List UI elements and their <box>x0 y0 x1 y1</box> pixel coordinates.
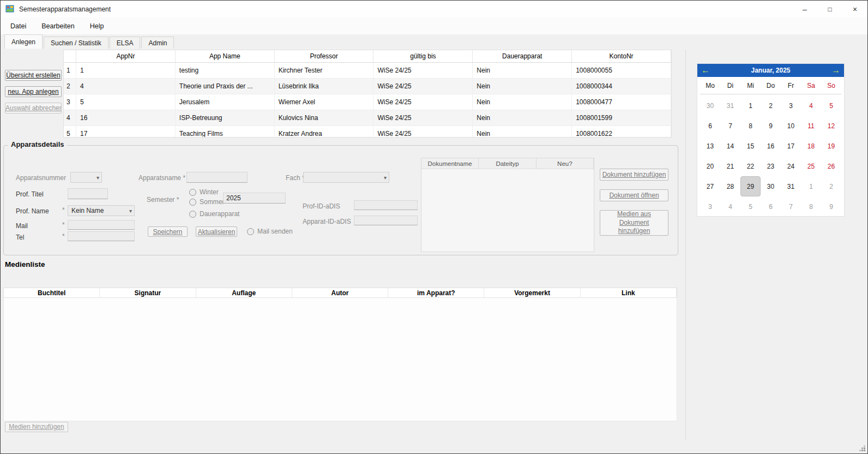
dokument-hinzufuegen-button[interactable]: Dokument hinzufügen <box>600 169 668 181</box>
calendar-day[interactable]: 9 <box>821 196 841 217</box>
column-header[interactable]: gültig bis <box>373 50 473 62</box>
maximize-icon[interactable]: □ <box>817 1 842 17</box>
calendar-day[interactable]: 10 <box>781 116 801 136</box>
calendar-day[interactable]: 30 <box>700 95 720 116</box>
calendar-day[interactable]: 20 <box>700 156 720 176</box>
calendar-day[interactable]: 26 <box>821 156 841 176</box>
prof-name-select[interactable]: Kein Name ▾ <box>68 205 135 216</box>
table-row[interactable]: 2 4 Theorie und Praxis der ... Lüsebrink… <box>64 79 671 94</box>
sidebar-button[interactable]: Auswahl abbrechen <box>5 103 62 113</box>
menu-item[interactable]: Help <box>82 19 112 33</box>
calendar-day[interactable]: 27 <box>700 176 720 196</box>
calendar-prev-icon[interactable]: ← <box>698 64 713 77</box>
table-row[interactable]: 5 17 Teaching Films Kratzer Andrea WiSe … <box>64 126 671 138</box>
medien-aus-dokument-button[interactable]: Medien aus Dokument hinzufügen <box>600 210 668 236</box>
calendar-day[interactable]: 14 <box>720 136 740 156</box>
calendar-day[interactable]: 6 <box>700 116 720 136</box>
apparatsnummer-select[interactable]: ▾ <box>70 172 102 183</box>
calendar-day[interactable]: 8 <box>740 116 761 136</box>
calendar-day[interactable]: 2 <box>821 176 841 196</box>
column-header[interactable]: Dateityp <box>479 158 536 169</box>
column-header[interactable]: Vorgemerkt <box>484 288 580 297</box>
calendar-day[interactable]: 3 <box>781 95 801 116</box>
column-header[interactable]: KontoNr <box>572 50 671 62</box>
mail-senden-radio[interactable]: Mail senden <box>247 228 293 235</box>
sommer-radio[interactable]: Sommer <box>189 198 224 206</box>
menu-item[interactable]: Bearbeiten <box>34 19 82 33</box>
calendar-day[interactable]: 5 <box>740 196 761 217</box>
close-icon[interactable]: × <box>842 1 867 17</box>
prof-titel-input[interactable] <box>68 188 108 199</box>
table-row[interactable]: 1 1 testing Kirchner Tester WiSe 24/25 N… <box>64 63 671 79</box>
column-header[interactable]: Neu? <box>537 158 594 169</box>
calendar-day[interactable]: 1 <box>740 95 761 116</box>
calendar-day[interactable]: 17 <box>781 136 801 156</box>
calendar-day[interactable]: 6 <box>761 196 781 217</box>
tab[interactable]: Anlegen <box>4 34 43 49</box>
calendar-day[interactable]: 15 <box>740 136 761 156</box>
column-header[interactable]: App Name <box>176 50 275 62</box>
calendar-day[interactable]: 13 <box>700 136 720 156</box>
calendar-month-title[interactable]: Januar, 2025 <box>751 67 790 74</box>
fach-select[interactable]: ▾ <box>303 172 389 183</box>
table-row[interactable]: 4 16 ISP-Betreuung Kulovics Nina WiSe 24… <box>64 110 671 126</box>
calendar-day[interactable]: 31 <box>720 95 740 116</box>
calendar-day[interactable]: 1 <box>801 176 821 196</box>
calendar-day[interactable]: 31 <box>781 176 801 196</box>
sidebar-button[interactable]: neu. App anlegen <box>5 86 62 97</box>
calendar-day[interactable]: 29 <box>740 176 761 196</box>
resize-grip[interactable] <box>859 445 865 451</box>
calendar-next-icon[interactable]: → <box>829 64 843 77</box>
calendar-day[interactable]: 8 <box>801 196 821 217</box>
calendar-day[interactable]: 12 <box>821 116 841 136</box>
tel-input[interactable] <box>68 231 135 241</box>
column-header[interactable]: Dokumentname <box>421 158 479 169</box>
calendar-day[interactable]: 18 <box>801 136 821 156</box>
column-header[interactable]: Auflage <box>196 288 292 297</box>
calendar-day[interactable]: 3 <box>700 196 720 217</box>
calendar-day[interactable]: 2 <box>761 95 781 116</box>
calendar-day[interactable]: 9 <box>761 116 781 136</box>
calendar-day[interactable]: 7 <box>781 196 801 217</box>
apparatsname-input[interactable] <box>186 172 248 183</box>
tab[interactable]: Admin <box>141 37 174 49</box>
winter-radio[interactable]: Winter <box>189 188 219 196</box>
calendar-day[interactable]: 24 <box>781 156 801 176</box>
table-row[interactable]: 3 5 Jerusalem Wiemer Axel WiSe 24/25 Nei… <box>64 94 671 110</box>
dokument-oeffnen-button[interactable]: Dokument öffnen <box>600 189 668 201</box>
tab[interactable]: Suchen / Statistik <box>44 37 108 49</box>
calendar-day[interactable]: 22 <box>740 156 761 176</box>
speichern-button[interactable]: Speichern <box>148 226 188 237</box>
column-header[interactable]: Signatur <box>100 288 196 297</box>
tab[interactable]: ELSA <box>110 37 141 49</box>
calendar-day[interactable]: 7 <box>720 116 740 136</box>
column-header[interactable]: Buchtitel <box>4 288 100 297</box>
calendar-day[interactable]: 21 <box>720 156 740 176</box>
calendar-day[interactable]: 19 <box>821 136 841 156</box>
calendar-day[interactable]: 25 <box>801 156 821 176</box>
column-header[interactable]: Professor <box>275 50 374 62</box>
calendar-day[interactable]: 11 <box>801 116 821 136</box>
sidebar-button[interactable]: Übersicht erstellen <box>5 70 62 81</box>
calendar-day[interactable]: 16 <box>761 136 781 156</box>
calendar-day[interactable]: 28 <box>720 176 740 196</box>
aktualisieren-button[interactable]: Aktualisieren <box>196 226 237 237</box>
prof-id-adis-input[interactable] <box>354 200 418 210</box>
semester-year-input[interactable] <box>223 193 286 204</box>
calendar-day[interactable]: 4 <box>801 95 821 116</box>
dauerapparat-radio[interactable]: Dauerapparat <box>189 210 239 218</box>
apparat-id-adis-input[interactable] <box>354 216 418 225</box>
column-header[interactable]: AppNr <box>76 50 176 62</box>
column-header[interactable]: Autor <box>292 288 388 297</box>
menu-item[interactable]: Datei <box>3 19 34 33</box>
calendar-day[interactable]: 30 <box>761 176 781 196</box>
column-header[interactable]: im Apparat? <box>388 288 484 297</box>
calendar-day[interactable]: 5 <box>821 95 841 116</box>
column-header[interactable]: Link <box>581 288 677 297</box>
calendar-day[interactable]: 23 <box>761 156 781 176</box>
minimize-icon[interactable]: – <box>792 1 817 17</box>
column-header[interactable]: Dauerapparat <box>473 50 572 62</box>
calendar-day[interactable]: 4 <box>720 196 740 217</box>
mail-input[interactable] <box>68 220 135 230</box>
medien-hinzufuegen-button[interactable]: Medien hinzufügen <box>5 422 68 432</box>
